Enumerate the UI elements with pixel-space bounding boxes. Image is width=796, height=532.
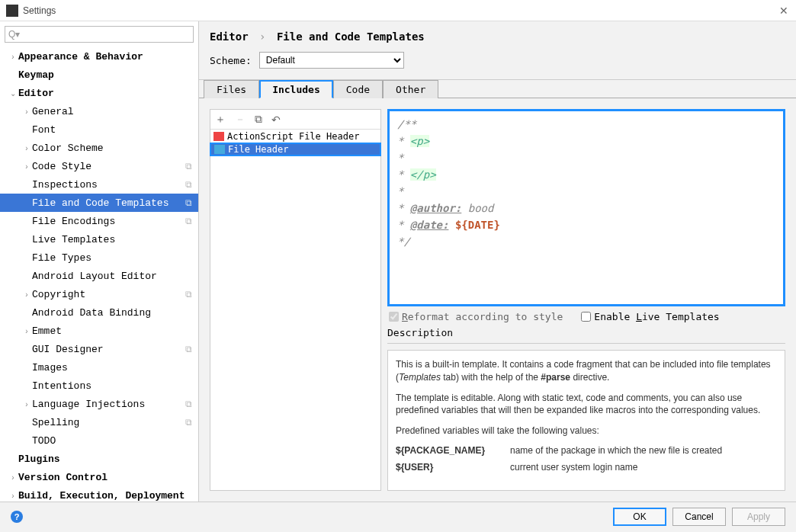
scheme-select[interactable]: Default (259, 52, 404, 69)
template-list: ActionScript File HeaderFile Header (210, 130, 380, 490)
chevron-icon: › (8, 473, 18, 482)
variable-row: ${PACKAGE_NAME}name of the package in wh… (396, 445, 777, 456)
sidebar-item[interactable]: File Encodings⧉ (0, 212, 198, 230)
copy-icon: ⧉ (183, 179, 194, 190)
window-title: Settings (23, 5, 778, 16)
sidebar-item-label: GUI Designer (32, 344, 183, 355)
breadcrumb-1: File and Code Templates (277, 30, 425, 43)
search-input[interactable] (5, 26, 194, 43)
sidebar-item-label: Color Scheme (32, 143, 194, 154)
sidebar-item[interactable]: Spelling⧉ (0, 413, 198, 431)
chevron-icon: › (8, 492, 18, 500)
sidebar-item-label: Language Injections (32, 399, 183, 410)
copy-icon: ⧉ (183, 161, 194, 171)
sidebar-item-label: File and Code Templates (32, 197, 183, 209)
copy-icon: ⧉ (183, 216, 194, 226)
sidebar-item-label: File Encodings (32, 216, 183, 227)
sidebar-item[interactable]: ›Language Injections⧉ (0, 395, 198, 413)
copy-icon: ⧉ (183, 289, 194, 300)
sidebar-item[interactable]: ›Emmet (0, 322, 198, 340)
chevron-icon: › (21, 107, 32, 116)
sidebar-item-label: Code Style (32, 161, 183, 172)
scheme-label: Scheme: (210, 55, 252, 66)
sidebar-item-label: Intentions (32, 380, 194, 392)
sidebar-item[interactable]: ›Color Scheme (0, 139, 198, 157)
sidebar-item-label: Font (32, 124, 194, 136)
sidebar-item[interactable]: File Types (0, 248, 198, 267)
sidebar-item-label: Copyright (32, 289, 183, 300)
sidebar-item[interactable]: ›General (0, 102, 198, 120)
template-item[interactable]: File Header (210, 143, 381, 156)
chevron-icon: › (21, 144, 32, 152)
breadcrumb: Editor › File and Code Templates (199, 21, 796, 49)
apply-button[interactable]: Apply (732, 508, 785, 526)
sidebar-item-label: Images (32, 362, 194, 373)
main-panel: Editor › File and Code Templates Scheme:… (199, 21, 796, 502)
cancel-button[interactable]: Cancel (672, 508, 726, 526)
template-item[interactable]: ActionScript File Header (210, 130, 380, 143)
sidebar-item[interactable]: Android Data Binding (0, 303, 198, 322)
revert-icon[interactable]: ↶ (271, 114, 281, 126)
sidebar-item[interactable]: ›Copyright⧉ (0, 285, 198, 303)
tab-includes[interactable]: Includes (259, 80, 333, 98)
sidebar-item[interactable]: File and Code Templates⧉ (0, 194, 198, 212)
sidebar-item[interactable]: Images (0, 358, 198, 377)
sidebar-item[interactable]: Plugins (0, 450, 198, 468)
add-icon[interactable]: ＋ (215, 113, 226, 127)
sidebar-item-label: Emmet (32, 325, 194, 337)
description-panel: This is a built-in template. It contains… (387, 350, 785, 491)
variable-row: ${USER}current user system login name (396, 462, 777, 473)
app-icon (6, 5, 18, 17)
sidebar-item[interactable]: Font (0, 120, 198, 139)
titlebar: Settings ✕ (0, 0, 796, 21)
sidebar-item[interactable]: TODO (0, 431, 198, 450)
copy-icon: ⧉ (183, 197, 194, 208)
sidebar-item-label: Keymap (18, 69, 194, 81)
sidebar-item[interactable]: Android Layout Editor (0, 267, 198, 285)
chevron-icon: › (21, 162, 32, 171)
sidebar-item-label: Editor (18, 88, 194, 99)
copy-icon: ⧉ (183, 417, 194, 428)
sidebar-item-label: Android Data Binding (32, 307, 194, 319)
footer: ? OK Cancel Apply (0, 502, 796, 530)
sidebar-item[interactable]: Live Templates (0, 230, 198, 248)
chevron-icon: › (8, 53, 18, 61)
tab-code[interactable]: Code (333, 80, 383, 98)
sidebar-item[interactable]: GUI Designer⧉ (0, 340, 198, 358)
copy-icon: ⧉ (183, 399, 194, 409)
sidebar-item-label: Android Layout Editor (32, 271, 194, 282)
sidebar-item-label: Plugins (18, 453, 194, 465)
settings-sidebar: ›Appearance & BehaviorKeymap⌄Editor›Gene… (0, 21, 199, 502)
ok-button[interactable]: OK (613, 508, 666, 526)
sidebar-item[interactable]: Keymap (0, 66, 198, 84)
sidebar-item-label: Build, Execution, Deployment (18, 490, 194, 502)
sidebar-item[interactable]: ›Code Style⧉ (0, 157, 198, 175)
remove-icon[interactable]: － (235, 113, 246, 127)
reformat-checkbox[interactable]: Reformat according to style (389, 311, 563, 322)
code-editor[interactable]: /** * <p> * * </p> * * @author: bood * @… (387, 109, 785, 306)
chevron-right-icon: › (259, 30, 265, 43)
tabs: FilesIncludesCodeOther (199, 80, 796, 98)
chevron-icon: ⌄ (8, 89, 18, 98)
close-icon[interactable]: ✕ (778, 5, 790, 17)
tab-other[interactable]: Other (383, 80, 438, 98)
tab-files[interactable]: Files (204, 80, 259, 98)
sidebar-item-label: Live Templates (32, 234, 194, 245)
file-icon (213, 132, 224, 141)
sidebar-item[interactable]: ›Appearance & Behavior (0, 47, 198, 66)
sidebar-item-label: Appearance & Behavior (18, 51, 194, 62)
sidebar-item[interactable]: ›Version Control (0, 468, 198, 486)
chevron-icon: › (21, 400, 32, 409)
sidebar-item[interactable]: Inspections⧉ (0, 175, 198, 194)
file-icon (214, 145, 225, 154)
sidebar-item[interactable]: ⌄Editor (0, 84, 198, 102)
sidebar-item[interactable]: Intentions (0, 377, 198, 395)
copy-icon: ⧉ (183, 344, 194, 354)
template-item-label: ActionScript File Header (227, 131, 359, 142)
copy-icon[interactable]: ⧉ (255, 113, 262, 126)
sidebar-item-label: Spelling (32, 417, 183, 428)
enable-live-templates-checkbox[interactable]: Enable Live Templates (581, 311, 719, 322)
help-icon[interactable]: ? (11, 511, 23, 523)
editor-panel: /** * <p> * * </p> * * @author: bood * @… (387, 109, 785, 491)
sidebar-item[interactable]: ›Build, Execution, Deployment (0, 486, 198, 502)
